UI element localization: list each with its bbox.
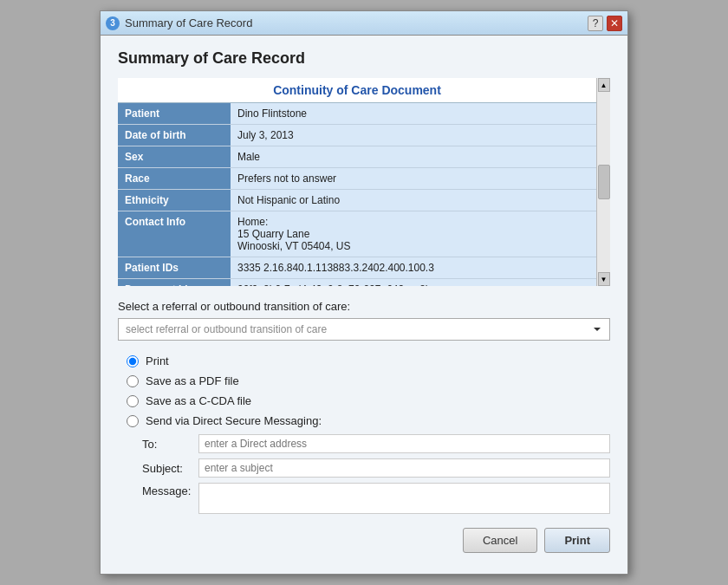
to-input[interactable] <box>198 434 610 453</box>
table-row: Date of birth July 3, 2013 <box>118 125 596 146</box>
scroll-down-button[interactable]: ▼ <box>598 272 610 286</box>
subject-field-row: Subject: <box>142 458 610 478</box>
pdf-label: Save as a PDF file <box>146 374 239 387</box>
pdf-radio[interactable] <box>127 375 139 387</box>
table-scrollbar[interactable]: ▲ ▼ <box>596 78 610 286</box>
cancel-button[interactable]: Cancel <box>463 528 537 553</box>
to-label: To: <box>142 438 198 451</box>
window-title: Summary of Care Record <box>125 16 252 29</box>
ccda-radio[interactable] <box>127 395 139 407</box>
pdf-option[interactable]: Save as a PDF file <box>127 374 610 387</box>
table-row: Document Id 90f9e8b0-7cd4-42a0-8e70-027e… <box>118 279 596 287</box>
value-contact-info: Home:15 Quarry LaneWinooski, VT 05404, U… <box>231 211 596 257</box>
table-row: Sex Male <box>118 146 596 168</box>
ccda-option[interactable]: Save as a C-CDA file <box>127 394 610 407</box>
message-label: Message: <box>142 483 198 497</box>
print-option[interactable]: Print <box>127 354 610 367</box>
print-button[interactable]: Print <box>544 528 610 553</box>
label-dob: Date of birth <box>118 125 231 146</box>
page-title: Summary of Care Record <box>118 49 610 68</box>
label-race: Race <box>118 168 231 190</box>
table-wrapper: Continuity of Care Document Patient Dino… <box>118 78 596 286</box>
label-document-id: Document Id <box>118 279 231 287</box>
help-button[interactable]: ? <box>588 16 603 31</box>
to-field-row: To: <box>142 434 610 453</box>
scroll-thumb[interactable] <box>598 165 610 199</box>
table-row: Race Prefers not to answer <box>118 168 596 190</box>
direct-option[interactable]: Send via Direct Secure Messaging: <box>127 414 610 427</box>
app-icon: 3 <box>106 16 120 30</box>
direct-radio[interactable] <box>127 415 139 427</box>
table-row: Patient IDs 3335 2.16.840.1.113883.3.240… <box>118 257 596 279</box>
label-ethnicity: Ethnicity <box>118 190 231 211</box>
options-section: Print Save as a PDF file Save as a C-CDA… <box>118 354 610 427</box>
print-label: Print <box>146 354 169 367</box>
table-row: Patient Dino Flintstone <box>118 103 596 125</box>
doc-title: Continuity of Care Document <box>118 78 596 103</box>
value-patient: Dino Flintstone <box>231 103 596 125</box>
value-document-id: 90f9e8b0-7cd4-42a0-8e70-027e643ccc8b <box>231 279 596 287</box>
scroll-up-button[interactable]: ▲ <box>598 78 610 92</box>
direct-section: To: Subject: Message: <box>118 434 610 514</box>
main-window: 3 Summary of Care Record ? ✕ Summary of … <box>100 10 628 575</box>
value-sex: Male <box>231 146 596 168</box>
referral-label: Select a referral or outbound transition… <box>118 300 610 313</box>
table-row: Contact Info Home:15 Quarry LaneWinooski… <box>118 211 596 257</box>
label-contact-info: Contact Info <box>118 211 231 257</box>
value-race: Prefers not to answer <box>231 168 596 190</box>
message-input[interactable] <box>198 483 610 514</box>
label-patient: Patient <box>118 103 231 125</box>
title-bar-left: 3 Summary of Care Record <box>106 16 252 30</box>
content-area: Summary of Care Record Continuity of Car… <box>101 36 627 574</box>
value-ethnicity: Not Hispanic or Latino <box>231 190 596 211</box>
label-sex: Sex <box>118 146 231 168</box>
title-bar-buttons: ? ✕ <box>588 16 622 31</box>
table-row: Ethnicity Not Hispanic or Latino <box>118 190 596 211</box>
ccda-label: Save as a C-CDA file <box>146 394 251 407</box>
data-table: Patient Dino Flintstone Date of birth Ju… <box>118 103 596 286</box>
value-dob: July 3, 2013 <box>231 125 596 146</box>
footer-buttons: Cancel Print <box>118 528 610 560</box>
subject-input[interactable] <box>198 458 610 478</box>
direct-label: Send via Direct Secure Messaging: <box>146 414 322 427</box>
print-radio[interactable] <box>127 355 139 367</box>
referral-section: Select a referral or outbound transition… <box>118 300 610 341</box>
label-patient-ids: Patient IDs <box>118 257 231 279</box>
message-field-row: Message: <box>142 483 610 514</box>
table-scroll-container: Continuity of Care Document Patient Dino… <box>118 78 610 286</box>
referral-dropdown[interactable]: select referral or outbound transition o… <box>118 318 610 341</box>
value-patient-ids: 3335 2.16.840.1.113883.3.2402.400.100.3 <box>231 257 596 279</box>
close-button[interactable]: ✕ <box>607 16 622 31</box>
subject-label: Subject: <box>142 462 198 475</box>
title-bar: 3 Summary of Care Record ? ✕ <box>101 11 627 36</box>
